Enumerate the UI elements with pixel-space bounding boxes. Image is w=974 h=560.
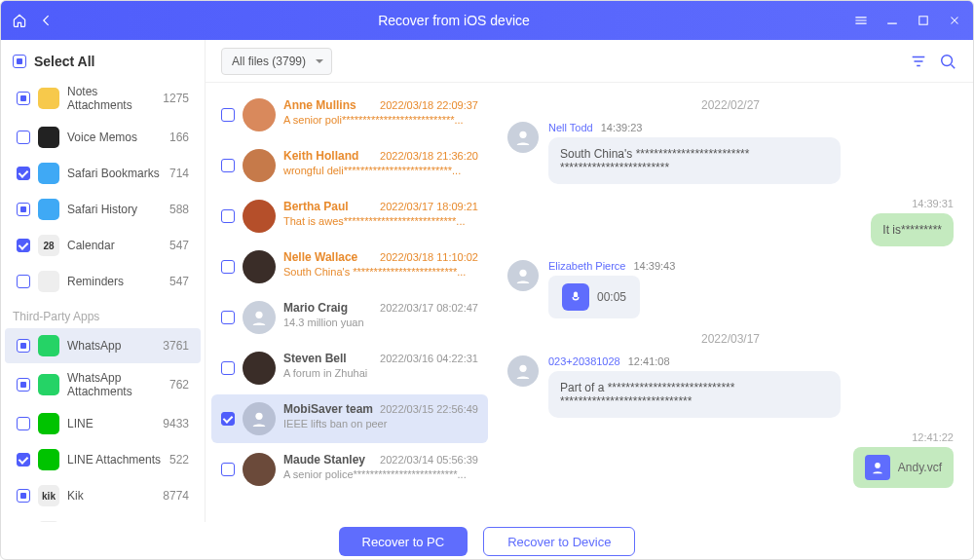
conversation-snippet: IEEE lifts ban on peer xyxy=(283,418,478,429)
sender-name: 023+20381028 xyxy=(548,355,620,367)
sidebar-section-header: Third-Party Apps xyxy=(1,300,205,327)
sidebar-item-label: Calendar xyxy=(67,239,115,252)
sidebar-item[interactable]: Safari History588 xyxy=(5,192,201,227)
home-icon[interactable] xyxy=(11,12,28,29)
avatar xyxy=(243,250,276,283)
conversation-time: 2022/03/18 21:36:20 xyxy=(380,150,478,162)
file-name: Andy.vcf xyxy=(898,461,942,474)
maximize-icon[interactable] xyxy=(915,12,932,29)
filter-dropdown[interactable]: All files (3799) xyxy=(221,48,332,75)
checkbox[interactable] xyxy=(17,167,30,180)
file-attachment[interactable]: Andy.vcf xyxy=(853,447,954,488)
sidebar-item[interactable]: WhatsApp3761 xyxy=(5,328,201,363)
minimize-icon[interactable] xyxy=(883,12,901,29)
select-all-row[interactable]: Select All xyxy=(1,40,205,77)
message-time: 12:41:22 xyxy=(912,431,954,443)
filter-icon[interactable] xyxy=(909,52,928,71)
item-count: 762 xyxy=(169,378,189,392)
chat-message: Elizabeth Pierce14:39:43 00:05 xyxy=(507,260,954,318)
filter-label: All files (3799) xyxy=(232,55,306,68)
checkbox[interactable] xyxy=(221,463,235,476)
sidebar-item-label: Reminders xyxy=(67,275,124,288)
checkbox[interactable] xyxy=(17,417,30,430)
select-all-checkbox[interactable] xyxy=(13,55,26,68)
app-icon xyxy=(38,413,59,434)
sidebar-item[interactable]: Reminders547 xyxy=(5,264,201,299)
footer: Recover to PC Recover to Device xyxy=(1,522,973,560)
svg-point-4 xyxy=(519,131,526,138)
checkbox[interactable] xyxy=(17,203,30,216)
checkbox[interactable] xyxy=(221,108,235,122)
app-icon xyxy=(38,88,59,109)
item-count: 522 xyxy=(169,453,189,467)
conversation-snippet: 14.3 million yuan xyxy=(283,317,478,328)
checkbox[interactable] xyxy=(221,311,235,324)
sender-name: Elizabeth Pierce xyxy=(548,260,626,272)
recover-to-device-button[interactable]: Recover to Device xyxy=(483,527,635,556)
conversation-item[interactable]: MobiSaver team2022/03/15 22:56:49IEEE li… xyxy=(211,394,488,443)
sidebar-item[interactable]: WhatsApp Attachments762 xyxy=(5,364,201,405)
avatar xyxy=(243,98,276,131)
svg-point-7 xyxy=(875,463,880,468)
sidebar: Select All Notes Attachments1275Voice Me… xyxy=(1,40,206,522)
conversation-list: Anne Mullins2022/03/18 22:09:37A senior … xyxy=(206,83,488,522)
checkbox[interactable] xyxy=(17,131,30,144)
sidebar-item-label: Kik xyxy=(67,489,84,503)
avatar xyxy=(243,453,276,486)
back-icon[interactable] xyxy=(38,12,56,29)
svg-point-2 xyxy=(255,312,262,318)
search-icon[interactable] xyxy=(938,52,957,71)
sidebar-item[interactable]: 28Calendar547 xyxy=(5,228,201,263)
checkbox[interactable] xyxy=(221,361,235,375)
conversation-item[interactable]: Nelle Wallace2022/03/18 11:10:02South Ch… xyxy=(211,243,488,291)
message-time: 12:41:08 xyxy=(628,355,670,367)
recover-to-pc-button[interactable]: Recover to PC xyxy=(339,527,468,556)
conversation-item[interactable]: Steven Bell2022/03/16 04:22:31A forum in… xyxy=(211,344,488,392)
sidebar-item-label: Notes Attachments xyxy=(67,85,155,112)
conversation-snippet: A senior poli***************************… xyxy=(283,114,478,126)
checkbox[interactable] xyxy=(221,159,235,172)
checkbox[interactable] xyxy=(221,412,235,426)
app-icon xyxy=(38,449,59,470)
conversation-item[interactable]: Anne Mullins2022/03/18 22:09:37A senior … xyxy=(211,91,488,139)
checkbox[interactable] xyxy=(17,453,30,467)
voice-message[interactable]: 00:05 xyxy=(548,276,640,318)
sidebar-item[interactable]: LINE9433 xyxy=(5,406,201,441)
chat-message: 023+2038102812:41:08 Part of a *********… xyxy=(507,355,954,418)
conversation-item[interactable]: Maude Stanley2022/03/14 05:56:39A senior… xyxy=(211,445,488,494)
menu-icon[interactable] xyxy=(852,12,870,29)
checkbox[interactable] xyxy=(17,378,30,392)
avatar xyxy=(507,355,539,387)
sidebar-item[interactable]: Notes Attachments1275 xyxy=(5,78,201,119)
checkbox[interactable] xyxy=(17,489,30,503)
checkbox[interactable] xyxy=(221,209,235,223)
message-bubble: South China's ************************* … xyxy=(548,137,841,184)
checkbox[interactable] xyxy=(17,339,30,353)
checkbox[interactable] xyxy=(17,239,30,252)
sidebar-item-label: WhatsApp xyxy=(67,339,121,353)
checkbox[interactable] xyxy=(17,275,30,288)
chat-message: Nell Todd14:39:23 South China's ********… xyxy=(507,122,954,184)
checkbox[interactable] xyxy=(17,92,30,105)
svg-point-3 xyxy=(255,413,262,420)
conversation-item[interactable]: Mario Craig2022/03/17 08:02:4714.3 milli… xyxy=(211,293,488,342)
sidebar-item[interactable]: LINE Attachments522 xyxy=(5,442,201,477)
sidebar-item[interactable]: Voice Memos166 xyxy=(5,120,201,155)
sidebar-item[interactable]: kikKik Attachments5939 xyxy=(5,514,201,522)
toolbar: All files (3799) xyxy=(206,40,973,83)
conversation-snippet: South China's *************************.… xyxy=(283,266,478,278)
message-time: 14:39:31 xyxy=(912,198,954,209)
avatar xyxy=(507,122,539,153)
close-icon[interactable] xyxy=(946,12,963,29)
app-icon xyxy=(38,271,59,292)
svg-point-1 xyxy=(942,55,953,65)
checkbox[interactable] xyxy=(221,260,235,274)
item-count: 1275 xyxy=(163,92,189,105)
message-bubble: It is********* xyxy=(871,213,954,246)
conversation-item[interactable]: Bertha Paul2022/03/17 18:09:21That is aw… xyxy=(211,192,488,241)
conversation-item[interactable]: Keith Holland2022/03/18 21:36:20wrongful… xyxy=(211,141,488,190)
avatar xyxy=(243,352,276,385)
sidebar-item[interactable]: Safari Bookmarks714 xyxy=(5,156,201,191)
sidebar-item[interactable]: kikKik8774 xyxy=(5,478,201,513)
app-icon xyxy=(38,374,59,395)
